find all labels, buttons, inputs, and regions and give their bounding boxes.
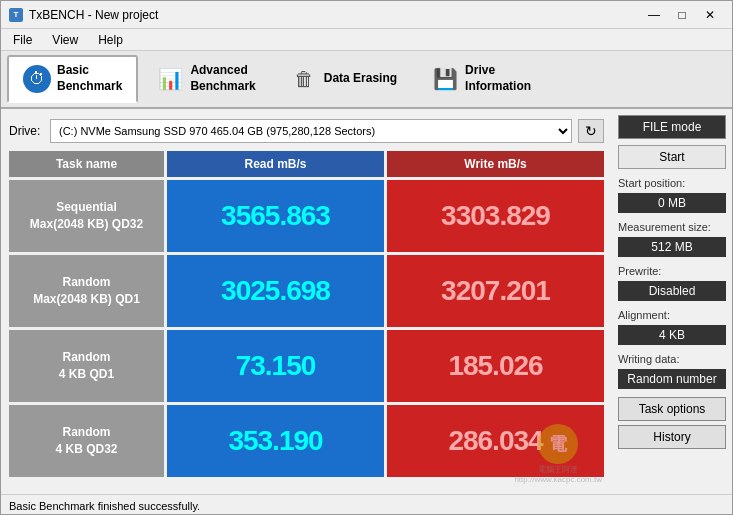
row-task-random-max: RandomMax(2048 KB) QD1: [9, 255, 164, 327]
toolbar: ⏱ BasicBenchmark 📊 AdvancedBenchmark 🗑 D…: [1, 51, 732, 109]
table-header: Task name Read mB/s Write mB/s: [9, 151, 604, 177]
menu-file[interactable]: File: [9, 31, 36, 49]
tab-data-erasing[interactable]: 🗑 Data Erasing: [274, 55, 413, 103]
data-erasing-icon: 🗑: [290, 65, 318, 93]
menu-help[interactable]: Help: [94, 31, 127, 49]
right-panel: FILE mode Start Start position: 0 MB Mea…: [612, 109, 732, 494]
start-position-value: 0 MB: [618, 193, 726, 213]
task-options-button[interactable]: Task options: [618, 397, 726, 421]
close-button[interactable]: ✕: [696, 5, 724, 25]
watermark-icon: 電: [538, 424, 578, 464]
table-row: SequentialMax(2048 KB) QD32 3565.863 330…: [9, 180, 604, 252]
drive-select[interactable]: (C:) NVMe Samsung SSD 970 465.04 GB (975…: [50, 119, 572, 143]
history-button[interactable]: History: [618, 425, 726, 449]
row-read-random-4k-qd32: 353.190: [167, 405, 384, 477]
drive-refresh-button[interactable]: ↻: [578, 119, 604, 143]
menu-bar: File View Help: [1, 29, 732, 51]
alignment-label: Alignment:: [618, 309, 726, 321]
row-task-sequential: SequentialMax(2048 KB) QD32: [9, 180, 164, 252]
row-read-random-max: 3025.698: [167, 255, 384, 327]
drive-label: Drive:: [9, 124, 44, 138]
table-row: RandomMax(2048 KB) QD1 3025.698 3207.201: [9, 255, 604, 327]
row-read-sequential: 3565.863: [167, 180, 384, 252]
row-task-random-4k-qd1: Random4 KB QD1: [9, 330, 164, 402]
measurement-size-label: Measurement size:: [618, 221, 726, 233]
file-mode-button[interactable]: FILE mode: [618, 115, 726, 139]
drive-bar: Drive: (C:) NVMe Samsung SSD 970 465.04 …: [9, 117, 604, 145]
row-task-random-4k-qd32: Random4 KB QD32: [9, 405, 164, 477]
measurement-size-value: 512 MB: [618, 237, 726, 257]
watermark: 電 電腦王阿達http://www.kacpc.com.tw: [514, 424, 602, 484]
row-write-random-max: 3207.201: [387, 255, 604, 327]
watermark-text: 電腦王阿達http://www.kacpc.com.tw: [514, 464, 602, 484]
prewrite-value: Disabled: [618, 281, 726, 301]
table-row: Random4 KB QD1 73.150 185.026: [9, 330, 604, 402]
menu-view[interactable]: View: [48, 31, 82, 49]
drive-information-label: DriveInformation: [465, 63, 531, 94]
minimize-button[interactable]: —: [640, 5, 668, 25]
basic-benchmark-label: BasicBenchmark: [57, 63, 122, 94]
maximize-button[interactable]: □: [668, 5, 696, 25]
advanced-benchmark-label: AdvancedBenchmark: [190, 63, 255, 94]
data-erasing-label: Data Erasing: [324, 71, 397, 87]
alignment-value: 4 KB: [618, 325, 726, 345]
tab-basic-benchmark[interactable]: ⏱ BasicBenchmark: [7, 55, 138, 103]
header-read: Read mB/s: [167, 151, 384, 177]
window-title: TxBENCH - New project: [29, 8, 158, 22]
main-content: Drive: (C:) NVMe Samsung SSD 970 465.04 …: [1, 109, 732, 494]
tab-drive-information[interactable]: 💾 DriveInformation: [415, 55, 547, 103]
advanced-benchmark-icon: 📊: [156, 65, 184, 93]
header-write: Write mB/s: [387, 151, 604, 177]
row-write-random-4k-qd1: 185.026: [387, 330, 604, 402]
start-position-label: Start position:: [618, 177, 726, 189]
drive-information-icon: 💾: [431, 65, 459, 93]
writing-data-value: Random number: [618, 369, 726, 389]
status-text: Basic Benchmark finished successfully.: [9, 500, 200, 512]
basic-benchmark-icon: ⏱: [23, 65, 51, 93]
window-controls: — □ ✕: [640, 5, 724, 25]
status-bar: Basic Benchmark finished successfully.: [1, 494, 732, 515]
row-write-sequential: 3303.829: [387, 180, 604, 252]
start-button[interactable]: Start: [618, 145, 726, 169]
row-read-random-4k-qd1: 73.150: [167, 330, 384, 402]
prewrite-label: Prewrite:: [618, 265, 726, 277]
header-task: Task name: [9, 151, 164, 177]
writing-data-label: Writing data:: [618, 353, 726, 365]
title-bar: T TxBENCH - New project — □ ✕: [1, 1, 732, 29]
tab-advanced-benchmark[interactable]: 📊 AdvancedBenchmark: [140, 55, 271, 103]
app-icon: T: [9, 8, 23, 22]
